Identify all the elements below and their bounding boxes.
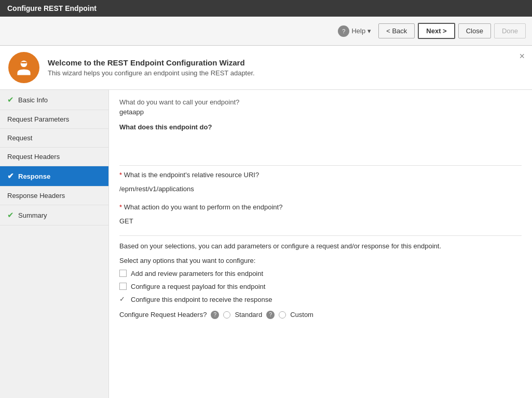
config-headers-label: Configure Request Headers?	[119, 311, 207, 319]
sidebar-label-summary: Summary	[18, 211, 47, 219]
custom-label: Custom	[290, 311, 313, 319]
divider1	[119, 165, 522, 166]
action-value: GET	[119, 215, 522, 227]
endpoint-name-value: getaapp	[119, 108, 522, 116]
sidebar-label-response-headers: Response Headers	[7, 192, 65, 200]
check-icon-basic-info: ✔	[7, 95, 14, 104]
sidebar-item-basic-info[interactable]: ✔ Basic Info	[0, 90, 108, 110]
sidebar-label-basic-info: Basic Info	[18, 96, 48, 104]
wizard-logo	[15, 58, 33, 77]
sidebar-label-request-headers: Request Headers	[7, 153, 60, 161]
sidebar-item-request-headers[interactable]: Request Headers	[0, 148, 108, 166]
config-headers-row: Configure Request Headers? ? Standard ? …	[119, 311, 522, 319]
standard-label: Standard	[235, 311, 262, 319]
checkbox-receive-response-label: Configure this endpoint to receive the r…	[131, 296, 272, 303]
help-button[interactable]: ? Help ▾	[338, 25, 371, 37]
back-button[interactable]: < Back	[378, 23, 415, 38]
headers-help-icon[interactable]: ?	[211, 311, 219, 319]
title-text: Configure REST Endpoint	[7, 4, 97, 12]
divider2	[119, 235, 522, 236]
checkbox-request-payload[interactable]	[119, 283, 127, 290]
resource-uri-value: /epm/rest/v1/applications	[119, 183, 522, 195]
sidebar-item-request[interactable]: Request	[0, 129, 108, 148]
question3-label: What is the endpoint's relative resource…	[119, 171, 522, 179]
standard-radio[interactable]	[223, 311, 230, 319]
wizard-title: Welcome to the REST Endpoint Configurati…	[48, 58, 255, 67]
question2-label: What does this endpoint do?	[119, 123, 522, 131]
close-button[interactable]: Close	[458, 23, 491, 38]
sidebar-label-request: Request	[7, 134, 32, 142]
header-banner: Welcome to the REST Endpoint Configurati…	[0, 46, 532, 90]
question4-label: What action do you want to perform on th…	[119, 203, 522, 211]
check-icon-response: ✔	[7, 171, 14, 181]
sidebar-label-request-parameters: Request Parameters	[7, 115, 69, 123]
help-circle-icon: ?	[338, 25, 349, 37]
done-button[interactable]: Done	[494, 23, 526, 38]
checkbox-receive-response[interactable]: ✓	[119, 296, 127, 303]
standard-help-icon[interactable]: ?	[266, 311, 275, 319]
sidebar-label-response: Response	[18, 173, 50, 180]
toolbar: ? Help ▾ < Back Next > Close Done	[0, 17, 532, 46]
svg-rect-1	[21, 62, 27, 63]
content-area: What do you want to call your endpoint? …	[109, 90, 532, 398]
checkbox-row-1[interactable]: Configure a request payload for this end…	[119, 283, 522, 290]
sidebar-item-summary[interactable]: ✔ Summary	[0, 205, 108, 225]
checkbox-row-2[interactable]: ✓ Configure this endpoint to receive the…	[119, 296, 522, 303]
sidebar-item-request-parameters[interactable]: Request Parameters	[0, 110, 108, 129]
custom-radio[interactable]	[279, 311, 286, 319]
check-icon-summary: ✔	[7, 210, 14, 220]
question1-label: What do you want to call your endpoint?	[119, 98, 522, 106]
title-bar: Configure REST Endpoint	[0, 0, 532, 17]
svg-point-0	[21, 61, 28, 68]
main-layout: ✔ Basic Info Request Parameters Request …	[0, 90, 532, 398]
select-options-label: Select any options that you want to conf…	[119, 257, 522, 264]
sidebar-item-response[interactable]: ✔ Response	[0, 166, 108, 187]
header-text: Welcome to the REST Endpoint Configurati…	[48, 58, 255, 77]
info-text: Based on your selections, you can add pa…	[119, 241, 522, 251]
wizard-icon	[8, 52, 39, 83]
banner-close-icon[interactable]: ×	[519, 51, 525, 62]
sidebar-item-response-headers[interactable]: Response Headers	[0, 187, 108, 205]
checkbox-request-payload-label: Configure a request payload for this end…	[131, 283, 265, 290]
checkbox-add-parameters[interactable]	[119, 270, 127, 277]
checkbox-row-0[interactable]: Add and review parameters for this endpo…	[119, 270, 522, 277]
sidebar: ✔ Basic Info Request Parameters Request …	[0, 90, 109, 398]
checkbox-add-parameters-label: Add and review parameters for this endpo…	[131, 270, 263, 277]
next-button[interactable]: Next >	[418, 23, 455, 39]
help-label: Help	[351, 27, 365, 35]
wizard-description: This wizard helps you configure an endpo…	[48, 69, 255, 77]
